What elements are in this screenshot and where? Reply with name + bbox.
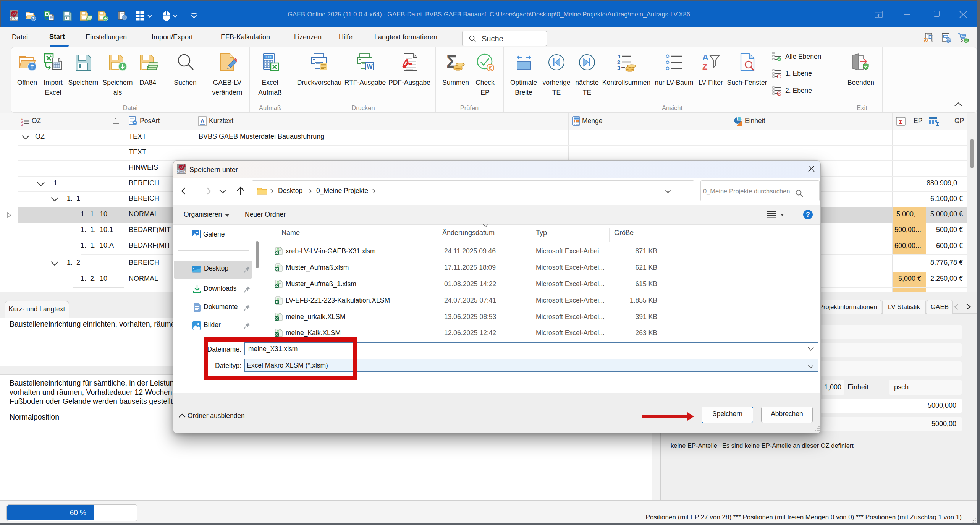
- svg-text:2025: 2025: [177, 170, 186, 174]
- svg-text:Z: Z: [702, 62, 707, 71]
- svg-text:3: 3: [617, 65, 620, 71]
- svg-text:1: 1: [778, 75, 780, 79]
- svg-text:0.00: 0.00: [265, 55, 272, 59]
- svg-text:€: €: [489, 65, 492, 71]
- svg-text:A: A: [702, 53, 708, 62]
- svg-text:A: A: [201, 118, 205, 124]
- svg-text:Σ: Σ: [899, 118, 902, 125]
- svg-text:W: W: [367, 63, 373, 70]
- svg-text:2: 2: [778, 92, 780, 96]
- svg-text:3: 3: [21, 123, 23, 126]
- svg-text:Σ: Σ: [936, 121, 939, 126]
